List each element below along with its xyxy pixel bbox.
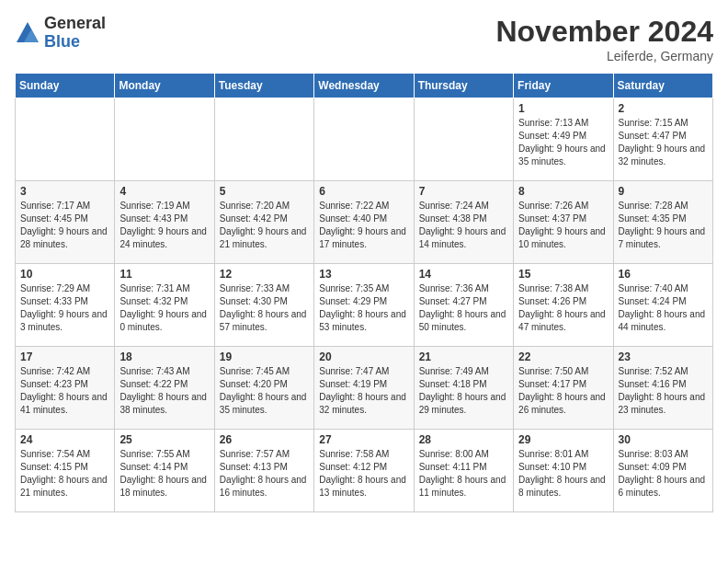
day-number: 24 (20, 433, 109, 446)
calendar-cell (314, 98, 414, 181)
day-number: 18 (119, 350, 209, 363)
calendar-cell (16, 98, 115, 181)
day-info: Sunrise: 7:24 AM Sunset: 4:38 PM Dayligh… (419, 200, 508, 251)
day-number: 5 (220, 185, 309, 198)
calendar-cell: 14Sunrise: 7:36 AM Sunset: 4:27 PM Dayli… (414, 264, 513, 347)
calendar-cell: 23Sunrise: 7:52 AM Sunset: 4:16 PM Dayli… (613, 347, 712, 430)
day-info: Sunrise: 7:57 AM Sunset: 4:13 PM Dayligh… (220, 448, 309, 500)
day-number: 8 (518, 185, 608, 198)
weekday-tuesday: Tuesday (214, 74, 313, 98)
day-info: Sunrise: 7:19 AM Sunset: 4:43 PM Dayligh… (119, 200, 209, 251)
day-number: 29 (518, 433, 608, 446)
calendar-cell: 1Sunrise: 7:13 AM Sunset: 4:49 PM Daylig… (514, 98, 613, 181)
day-info: Sunrise: 7:45 AM Sunset: 4:20 PM Dayligh… (220, 365, 309, 417)
day-number: 19 (220, 350, 309, 363)
day-info: Sunrise: 8:03 AM Sunset: 4:09 PM Dayligh… (619, 448, 708, 500)
calendar-cell: 26Sunrise: 7:57 AM Sunset: 4:13 PM Dayli… (214, 430, 313, 512)
day-number: 15 (518, 268, 608, 281)
weekday-friday: Friday (514, 74, 613, 98)
calendar-cell: 4Sunrise: 7:19 AM Sunset: 4:43 PM Daylig… (115, 181, 214, 264)
day-number: 7 (419, 185, 508, 198)
calendar-week-row: 24Sunrise: 7:54 AM Sunset: 4:15 PM Dayli… (16, 430, 713, 512)
day-info: Sunrise: 7:28 AM Sunset: 4:35 PM Dayligh… (619, 200, 708, 251)
day-info: Sunrise: 7:50 AM Sunset: 4:17 PM Dayligh… (518, 365, 608, 417)
day-info: Sunrise: 7:31 AM Sunset: 4:32 PM Dayligh… (119, 282, 209, 334)
weekday-saturday: Saturday (613, 74, 712, 98)
day-info: Sunrise: 7:35 AM Sunset: 4:29 PM Dayligh… (319, 282, 408, 334)
calendar-cell: 21Sunrise: 7:49 AM Sunset: 4:18 PM Dayli… (414, 347, 513, 430)
title-block: November 2024 Leiferde, Germany (495, 15, 713, 63)
day-number: 17 (20, 350, 109, 363)
day-info: Sunrise: 7:54 AM Sunset: 4:15 PM Dayligh… (20, 448, 109, 500)
page-header: General Blue November 2024 Leiferde, Ger… (15, 15, 713, 63)
calendar-cell (115, 98, 214, 181)
day-number: 12 (220, 268, 309, 281)
calendar-cell: 28Sunrise: 8:00 AM Sunset: 4:11 PM Dayli… (414, 430, 513, 512)
day-info: Sunrise: 7:29 AM Sunset: 4:33 PM Dayligh… (20, 282, 109, 334)
day-info: Sunrise: 7:17 AM Sunset: 4:45 PM Dayligh… (20, 200, 109, 251)
calendar-week-row: 10Sunrise: 7:29 AM Sunset: 4:33 PM Dayli… (16, 264, 713, 347)
calendar-cell: 12Sunrise: 7:33 AM Sunset: 4:30 PM Dayli… (214, 264, 313, 347)
day-number: 3 (20, 185, 109, 198)
calendar-cell: 30Sunrise: 8:03 AM Sunset: 4:09 PM Dayli… (613, 430, 712, 512)
day-info: Sunrise: 7:42 AM Sunset: 4:23 PM Dayligh… (20, 365, 109, 417)
day-number: 21 (419, 350, 508, 363)
day-number: 27 (319, 433, 408, 446)
calendar-cell: 15Sunrise: 7:38 AM Sunset: 4:26 PM Dayli… (514, 264, 613, 347)
month-title: November 2024 (495, 15, 713, 49)
day-number: 6 (319, 185, 408, 198)
calendar-cell: 18Sunrise: 7:43 AM Sunset: 4:22 PM Dayli… (115, 347, 214, 430)
calendar-cell: 8Sunrise: 7:26 AM Sunset: 4:37 PM Daylig… (514, 181, 613, 264)
calendar-cell: 10Sunrise: 7:29 AM Sunset: 4:33 PM Dayli… (16, 264, 115, 347)
calendar-cell: 6Sunrise: 7:22 AM Sunset: 4:40 PM Daylig… (314, 181, 414, 264)
location: Leiferde, Germany (495, 49, 713, 63)
calendar-cell: 19Sunrise: 7:45 AM Sunset: 4:20 PM Dayli… (214, 347, 313, 430)
day-number: 1 (518, 102, 608, 115)
calendar-cell: 9Sunrise: 7:28 AM Sunset: 4:35 PM Daylig… (613, 181, 712, 264)
weekday-wednesday: Wednesday (314, 74, 414, 98)
day-info: Sunrise: 8:01 AM Sunset: 4:10 PM Dayligh… (518, 448, 608, 500)
weekday-thursday: Thursday (414, 74, 513, 98)
logo: General Blue (15, 15, 106, 52)
calendar-cell: 29Sunrise: 8:01 AM Sunset: 4:10 PM Dayli… (514, 430, 613, 512)
calendar-cell: 7Sunrise: 7:24 AM Sunset: 4:38 PM Daylig… (414, 181, 513, 264)
calendar-cell (214, 98, 313, 181)
calendar-cell: 5Sunrise: 7:20 AM Sunset: 4:42 PM Daylig… (214, 181, 313, 264)
weekday-monday: Monday (115, 74, 214, 98)
day-number: 20 (319, 350, 408, 363)
logo-icon (15, 20, 40, 46)
weekday-sunday: Sunday (16, 74, 115, 98)
day-number: 26 (220, 433, 309, 446)
day-number: 9 (619, 185, 708, 198)
calendar-cell: 3Sunrise: 7:17 AM Sunset: 4:45 PM Daylig… (16, 181, 115, 264)
calendar-week-row: 1Sunrise: 7:13 AM Sunset: 4:49 PM Daylig… (16, 98, 713, 181)
calendar-cell: 16Sunrise: 7:40 AM Sunset: 4:24 PM Dayli… (613, 264, 712, 347)
day-number: 2 (619, 102, 708, 115)
weekday-row: Sunday Monday Tuesday Wednesday Thursday… (16, 74, 713, 98)
calendar-cell: 25Sunrise: 7:55 AM Sunset: 4:14 PM Dayli… (115, 430, 214, 512)
calendar-cell: 2Sunrise: 7:15 AM Sunset: 4:47 PM Daylig… (613, 98, 712, 181)
calendar-cell: 11Sunrise: 7:31 AM Sunset: 4:32 PM Dayli… (115, 264, 214, 347)
logo-blue: Blue (44, 33, 106, 52)
day-number: 13 (319, 268, 408, 281)
day-number: 28 (419, 433, 508, 446)
calendar-cell: 22Sunrise: 7:50 AM Sunset: 4:17 PM Dayli… (514, 347, 613, 430)
calendar-body: 1Sunrise: 7:13 AM Sunset: 4:49 PM Daylig… (16, 98, 713, 512)
day-info: Sunrise: 7:47 AM Sunset: 4:19 PM Dayligh… (319, 365, 408, 417)
day-info: Sunrise: 7:33 AM Sunset: 4:30 PM Dayligh… (220, 282, 309, 334)
day-info: Sunrise: 7:13 AM Sunset: 4:49 PM Dayligh… (518, 117, 608, 168)
day-info: Sunrise: 7:38 AM Sunset: 4:26 PM Dayligh… (518, 282, 608, 334)
day-info: Sunrise: 7:52 AM Sunset: 4:16 PM Dayligh… (619, 365, 708, 417)
day-number: 25 (119, 433, 209, 446)
day-number: 22 (518, 350, 608, 363)
day-info: Sunrise: 8:00 AM Sunset: 4:11 PM Dayligh… (419, 448, 508, 500)
day-info: Sunrise: 7:22 AM Sunset: 4:40 PM Dayligh… (319, 200, 408, 251)
calendar-cell: 27Sunrise: 7:58 AM Sunset: 4:12 PM Dayli… (314, 430, 414, 512)
calendar-cell: 17Sunrise: 7:42 AM Sunset: 4:23 PM Dayli… (16, 347, 115, 430)
day-info: Sunrise: 7:15 AM Sunset: 4:47 PM Dayligh… (619, 117, 708, 168)
calendar-week-row: 3Sunrise: 7:17 AM Sunset: 4:45 PM Daylig… (16, 181, 713, 264)
calendar-header: Sunday Monday Tuesday Wednesday Thursday… (16, 74, 713, 98)
day-info: Sunrise: 7:49 AM Sunset: 4:18 PM Dayligh… (419, 365, 508, 417)
day-info: Sunrise: 7:20 AM Sunset: 4:42 PM Dayligh… (220, 200, 309, 251)
calendar-cell (414, 98, 513, 181)
